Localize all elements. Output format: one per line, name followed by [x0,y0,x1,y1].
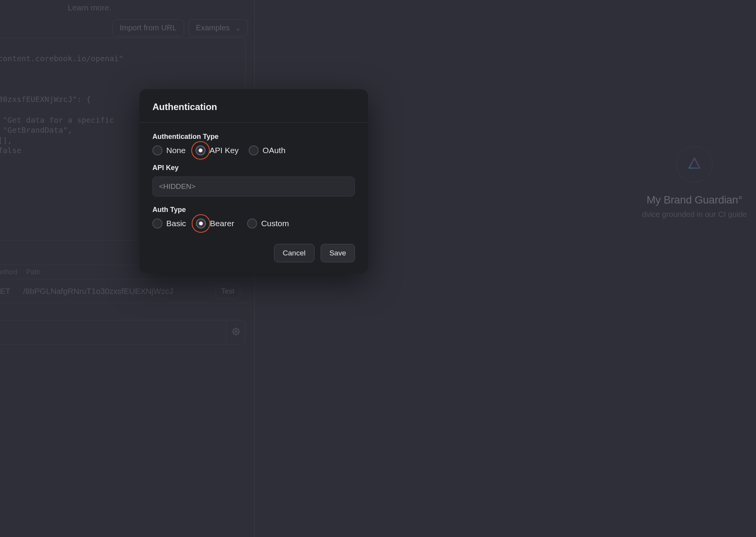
brand-subtitle: dvice grounded in our CI guide [642,210,747,219]
radio-none-label: None [166,146,186,155]
import-from-url-label: Import from URL [120,23,177,32]
modal-body: Authentication Type None API Key OAuth A… [139,123,368,228]
table-row: ET /8bPGLNafgRNruT1o30zxsfEUEXNjWzcJ Tes… [0,279,254,303]
authentication-type-group: None API Key OAuth [152,145,355,155]
cell-path: /8bPGLNafgRNruT1o30zxsfEUEXNjWzcJ [23,287,215,296]
learn-more-link[interactable]: Learn more. [68,3,111,12]
examples-dropdown[interactable]: Examples [189,19,248,37]
brand-title: My Brand Guardian° [647,194,743,206]
examples-label: Examples [196,23,230,32]
modal-footer: Cancel Save [139,237,368,273]
col-path: Path [23,268,40,276]
api-key-input[interactable] [152,177,355,197]
radio-basic[interactable]: Basic [152,218,186,228]
chevron-down-icon [235,25,241,31]
authentication-modal: Authentication Authentication Type None … [139,89,368,273]
radio-api-key[interactable]: API Key [196,145,239,155]
radio-custom[interactable]: Custom [247,218,289,228]
radio-api-key-label: API Key [209,146,239,155]
api-key-label: API Key [152,164,355,172]
col-method: ethod [0,268,23,276]
cancel-button[interactable]: Cancel [274,244,314,262]
radio-bearer[interactable]: Bearer [196,218,234,228]
radio-bearer-label: Bearer [210,219,234,228]
brand-preview-panel: My Brand Guardian° dvice grounded in our… [625,146,756,219]
save-button[interactable]: Save [321,244,355,262]
radio-oauth-label: OAuth [263,146,286,155]
cell-method: ET [0,287,23,296]
svg-point-0 [235,331,237,333]
authentication-type-label: Authentication Type [152,133,355,141]
modal-title: Authentication [152,102,355,112]
gear-icon [232,328,240,337]
modal-header: Authentication [139,89,368,123]
test-button[interactable]: Test [215,284,240,299]
radio-oauth[interactable]: OAuth [249,145,286,155]
auth-subtype-label: Auth Type [152,206,355,214]
radio-none[interactable]: None [152,145,186,155]
top-button-row: Import from URL Examples [112,19,248,37]
radio-basic-label: Basic [166,219,186,228]
background-page: Learn more. Import from URL Examples ttp… [0,0,756,537]
triangle-icon [687,156,702,173]
radio-custom-label: Custom [261,219,289,228]
auth-subtype-group: Basic Bearer Custom [152,218,355,228]
brand-logo [676,146,713,182]
settings-button[interactable] [226,320,245,344]
import-from-url-button[interactable]: Import from URL [112,19,184,37]
lower-input-box[interactable] [0,320,246,345]
